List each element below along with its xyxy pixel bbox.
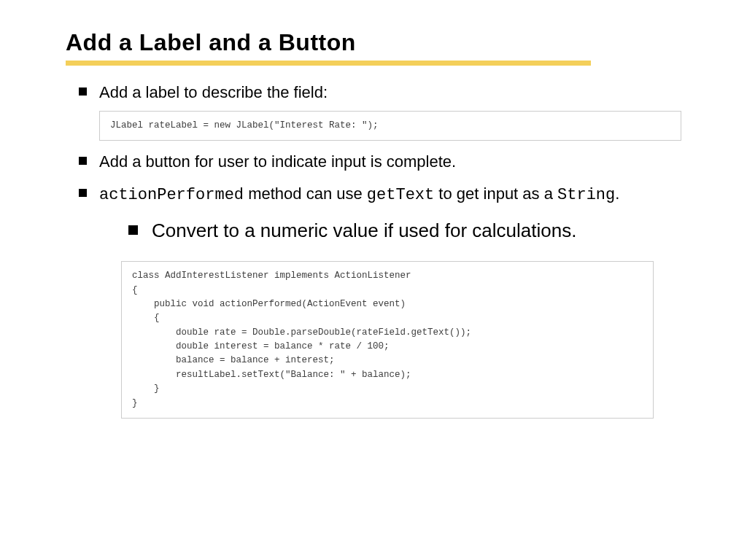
code-term-actionperformed: actionPerformed xyxy=(99,186,244,204)
bullet-list: Add a label to describe the field: JLabe… xyxy=(79,82,681,419)
slide: Add a Label and a Button Add a label to … xyxy=(0,0,747,458)
sub-bullet-item-1: Convert to a numeric value if used for c… xyxy=(128,217,681,245)
code-term-gettext: getText xyxy=(367,186,434,204)
slide-title: Add a Label and a Button xyxy=(66,29,681,56)
bullet-text-3d: to get input as a xyxy=(434,184,557,203)
title-rule xyxy=(66,61,591,66)
bullet-text-3b: method can use xyxy=(244,184,367,203)
code-box-label: JLabel rateLabel = new JLabel("Interest … xyxy=(99,111,681,141)
bullet-item-2: Add a button for user to indicate input … xyxy=(79,151,681,173)
bullet-text-3f: . xyxy=(615,184,619,203)
code-box-listener: class AddInterestListener implements Act… xyxy=(121,261,654,419)
code-term-string: String xyxy=(557,186,615,204)
bullet-item-3: actionPerformed method can use getText t… xyxy=(79,183,681,419)
bullet-text-1: Add a label to describe the field: xyxy=(99,83,328,101)
bullet-item-1: Add a label to describe the field: JLabe… xyxy=(79,82,681,141)
sub-bullet-text-1: Convert to a numeric value if used for c… xyxy=(152,219,576,241)
bullet-text-2: Add a button for user to indicate input … xyxy=(99,152,456,171)
sub-bullet-list: Convert to a numeric value if used for c… xyxy=(128,217,681,245)
